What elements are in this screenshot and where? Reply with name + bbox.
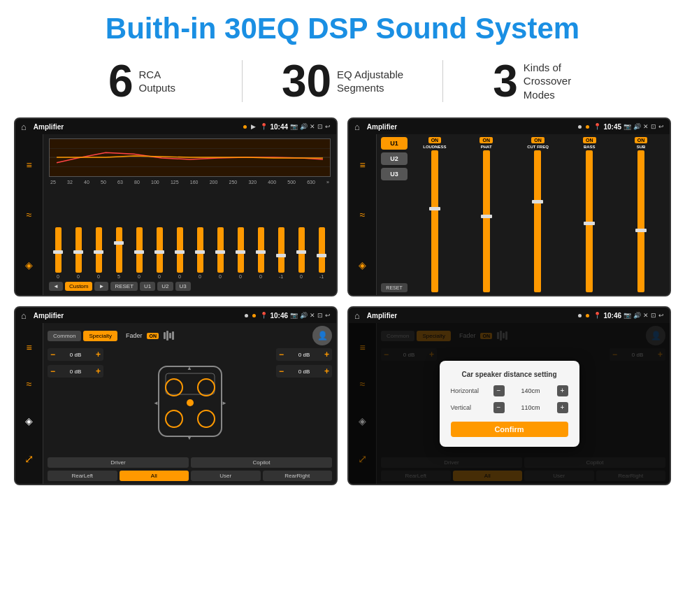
vol-minus-fr[interactable]: −	[279, 350, 284, 359]
back-icon[interactable]: ↩	[325, 123, 331, 130]
status-dot-2b	[586, 125, 589, 129]
home-icon-2[interactable]: ⌂	[354, 122, 360, 132]
page-header: Buith-in 30EQ DSP Sound System	[0, 0, 685, 52]
vertical-plus-btn[interactable]: +	[557, 402, 568, 413]
home-icon-3[interactable]: ⌂	[21, 310, 27, 321]
eq-slider-0[interactable]: 0	[55, 227, 62, 279]
u1-btn[interactable]: U1	[140, 282, 155, 291]
eq-slider-12[interactable]: 0	[298, 227, 305, 279]
vol-minus-rl[interactable]: −	[50, 366, 55, 376]
volume-icon: 🔊	[300, 123, 308, 130]
ch-on-badge-0: ON	[428, 137, 442, 143]
speaker-sidebar-icon[interactable]: ◈	[25, 259, 33, 271]
vol-plus-rl[interactable]: +	[96, 366, 101, 376]
ch-track-2[interactable]	[534, 150, 541, 292]
vol-val-rl: 0 dB	[57, 368, 94, 375]
eq-slider-8[interactable]: 0	[217, 227, 224, 279]
app-title-4: Amplifier	[367, 312, 575, 320]
custom-btn[interactable]: Custom	[65, 282, 93, 291]
close-icon-4[interactable]: ✕	[643, 312, 649, 319]
rearright-btn[interactable]: RearRight	[263, 471, 333, 481]
vol-plus-rr[interactable]: +	[324, 366, 329, 376]
wave-sidebar-icon-2[interactable]: ≈	[360, 209, 366, 220]
eq-bottom-controls[interactable]: ◄ Custom ► RESET U1 U2 U3	[49, 282, 331, 291]
dialog-overlay: Car speaker distance setting Horizontal …	[349, 323, 670, 484]
wave-sidebar-icon-3[interactable]: ≈	[27, 378, 32, 389]
window-icon[interactable]: ⊡	[317, 123, 323, 130]
eq-slider-6[interactable]: 0	[177, 227, 183, 279]
close-icon[interactable]: ✕	[310, 123, 315, 130]
eq-slider-4[interactable]: 0	[136, 227, 143, 279]
ch-track-4[interactable]	[637, 150, 644, 292]
back-icon-3[interactable]: ↩	[325, 312, 331, 319]
window-icon-4[interactable]: ⊡	[651, 312, 656, 319]
u3-btn[interactable]: U3	[175, 282, 191, 291]
close-icon-3[interactable]: ✕	[310, 312, 315, 319]
reset-btn-xover[interactable]: RESET	[381, 283, 408, 292]
horizontal-plus-btn[interactable]: +	[557, 385, 568, 396]
eq-sidebar-icon-2[interactable]: ≡	[359, 159, 365, 171]
window-icon-2[interactable]: ⊡	[651, 123, 656, 130]
wave-sidebar-icon[interactable]: ≈	[27, 209, 32, 220]
horizontal-minus-btn[interactable]: −	[493, 385, 505, 396]
back-icon-2[interactable]: ↩	[658, 123, 664, 130]
eq-slider-7[interactable]: 0	[197, 227, 203, 279]
confirm-button[interactable]: Confirm	[451, 422, 568, 437]
eq-slider-9[interactable]: 0	[238, 227, 244, 279]
speaker-sidebar-icon-3[interactable]: ◈	[25, 415, 33, 427]
home-icon-4[interactable]: ⌂	[354, 310, 360, 321]
app-title-2: Amplifier	[367, 123, 575, 131]
u2-btn[interactable]: U2	[157, 282, 173, 291]
driver-btn[interactable]: Driver	[48, 457, 189, 468]
channel-col-0: ONLOUDNESS	[410, 137, 459, 292]
status-dot-1	[243, 125, 247, 129]
window-icon-3[interactable]: ⊡	[317, 312, 323, 319]
back-icon-4[interactable]: ↩	[658, 312, 664, 319]
eq-slider-5[interactable]: 0	[157, 227, 163, 279]
ch-track-1[interactable]	[483, 150, 490, 292]
rearleft-btn[interactable]: RearLeft	[48, 471, 117, 481]
eq-slider-13[interactable]: -1	[319, 227, 325, 279]
stat-number-30: 30	[282, 59, 331, 103]
all-btn[interactable]: All	[120, 471, 189, 481]
user-avatar-3[interactable]: 👤	[312, 326, 332, 345]
screen-2: ⌂ Amplifier 📍 10:45 📷 🔊 ✕ ⊡ ↩ ≡ ≈ ◈	[347, 117, 671, 296]
mode-tabs-3: Common Specialty	[48, 331, 117, 341]
arrow-left-btn[interactable]: ◄	[49, 282, 63, 291]
u1-button[interactable]: U1	[381, 137, 408, 150]
play-btn[interactable]: ►	[94, 282, 108, 291]
app-title-1: Amplifier	[34, 123, 240, 131]
vol-plus-fr[interactable]: +	[324, 350, 329, 359]
u2-button[interactable]: U2	[381, 152, 408, 165]
tab-common-3[interactable]: Common	[48, 331, 81, 341]
vertical-minus-btn[interactable]: −	[493, 402, 505, 413]
eq-label-125: 125	[171, 180, 179, 185]
speaker-sidebar-icon-2[interactable]: ◈	[359, 259, 366, 271]
close-icon-2[interactable]: ✕	[643, 123, 649, 130]
fullscreen-icon-3[interactable]: ⤢	[24, 452, 34, 466]
eq-label-80: 80	[134, 180, 140, 185]
reset-btn[interactable]: RESET	[110, 282, 138, 291]
tab-specialty-3[interactable]: Specialty	[83, 331, 117, 341]
vol-minus-fl[interactable]: −	[50, 350, 55, 359]
u3-button[interactable]: U3	[381, 168, 408, 180]
svg-point-9	[198, 410, 215, 427]
eq-slider-11[interactable]: -1	[278, 227, 284, 279]
time-2: 10:45	[603, 123, 621, 131]
eq-sidebar-icon[interactable]: ≡	[26, 159, 31, 171]
stat-number-6: 6	[108, 59, 134, 103]
vol-minus-rr[interactable]: −	[279, 366, 284, 376]
vol-plus-fl[interactable]: +	[96, 350, 101, 359]
eq-slider-10[interactable]: 0	[258, 227, 264, 279]
ch-track-0[interactable]	[431, 150, 438, 292]
home-icon[interactable]: ⌂	[21, 122, 27, 132]
left-sidebar-1: ≡ ≈ ◈	[15, 134, 43, 295]
eq-slider-3[interactable]: 5	[116, 227, 122, 279]
user-btn[interactable]: User	[191, 471, 261, 481]
left-sidebar-3: ≡ ≈ ◈ ⤢	[15, 323, 43, 484]
eq-slider-1[interactable]: 0	[75, 227, 82, 279]
eq-sidebar-icon-3[interactable]: ≡	[26, 342, 31, 353]
ch-track-3[interactable]	[586, 150, 593, 292]
copilot-btn[interactable]: Copilot	[191, 457, 332, 468]
eq-slider-2[interactable]: 0	[96, 227, 102, 279]
